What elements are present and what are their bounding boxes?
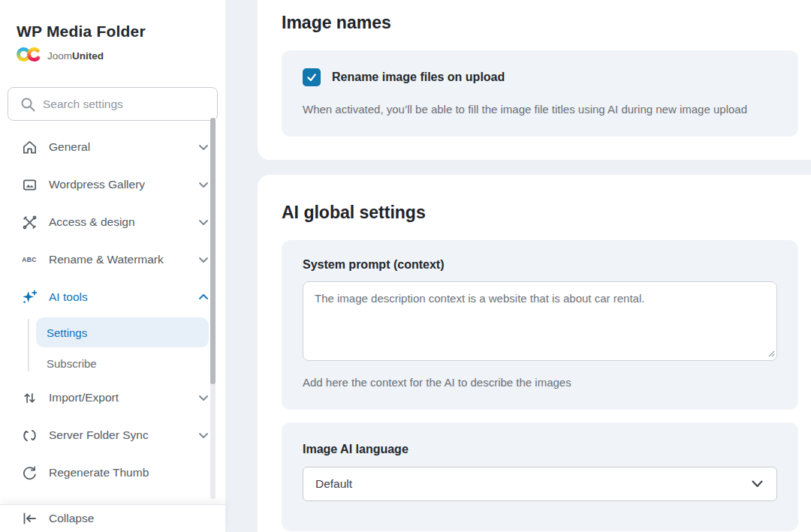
- select-value: Default: [315, 477, 352, 491]
- sync-icon: [21, 428, 38, 443]
- main-content: Image names Rename image files on upload…: [225, 0, 811, 532]
- search-settings-box: [8, 87, 218, 121]
- image-ai-language-card: Image AI language Default: [282, 422, 798, 531]
- submenu-item-subscribe[interactable]: Subscribe: [36, 347, 209, 379]
- ai-tools-submenu: Settings Subscribe: [0, 317, 225, 379]
- logo-area: WP Media Folder JoomUnited: [0, 0, 225, 66]
- rename-files-checkbox[interactable]: [303, 68, 321, 86]
- rename-files-description: When activated, you’ll be able to fill t…: [303, 103, 777, 116]
- image-ai-language-select[interactable]: Default: [303, 467, 777, 501]
- sidebar-item-label: General: [49, 140, 197, 154]
- chevron-down-icon: [197, 253, 210, 266]
- sparkle-icon: [21, 289, 38, 306]
- chevron-down-icon: [752, 480, 763, 488]
- submenu-item-label: Subscribe: [47, 357, 97, 370]
- sidebar: WP Media Folder JoomUnited: [0, 0, 225, 532]
- chevron-down-icon: [197, 140, 210, 154]
- refresh-icon: [21, 465, 38, 481]
- sidebar-item-label: Regenerate Thumb: [49, 466, 210, 479]
- sidebar-item-wordpress-gallery[interactable]: Wordpress Gallery: [0, 166, 225, 203]
- system-prompt-help: Add here the context for the AI to descr…: [303, 376, 777, 389]
- rename-on-upload-card: Rename image files on upload When activa…: [282, 50, 798, 137]
- checkmark-icon: [306, 71, 318, 83]
- gallery-icon: [21, 177, 38, 193]
- chevron-down-icon: [197, 391, 210, 404]
- sidebar-item-rename-watermark[interactable]: ABC Rename & Watermark: [0, 241, 225, 278]
- sidebar-item-label: Wordpress Gallery: [49, 178, 197, 191]
- submenu-item-settings[interactable]: Settings: [36, 317, 209, 347]
- chevron-down-icon: [197, 178, 210, 191]
- chevron-down-icon: [197, 215, 210, 229]
- submenu-item-label: Settings: [47, 326, 87, 339]
- sidebar-item-label: Import/Export: [49, 391, 197, 404]
- sidebar-item-label: Rename & Watermark: [49, 253, 197, 266]
- collapse-label: Collapse: [49, 512, 94, 525]
- system-prompt-label: System prompt (context): [303, 258, 777, 272]
- system-prompt-card: System prompt (context) The image descri…: [282, 240, 798, 410]
- ai-global-settings-panel: AI global settings System prompt (contex…: [258, 175, 811, 532]
- abc-icon: ABC: [21, 256, 38, 263]
- search-input[interactable]: [8, 88, 217, 120]
- sidebar-item-server-folder-sync[interactable]: Server Folder Sync: [0, 416, 225, 454]
- section-title-image-names: Image names: [282, 13, 798, 33]
- search-icon: [20, 97, 36, 113]
- sidebar-item-general[interactable]: General: [0, 128, 225, 166]
- sidebar-scrollbar-thumb[interactable]: [210, 118, 216, 384]
- collapse-arrow-icon: [21, 510, 38, 527]
- design-tools-icon: [21, 215, 38, 230]
- sidebar-item-regenerate-thumb[interactable]: Regenerate Thumb: [0, 454, 225, 491]
- sidebar-item-access-design[interactable]: Access & design: [0, 203, 225, 241]
- joomunited-logo-icon: [17, 46, 42, 66]
- sidebar-item-label: AI tools: [49, 290, 197, 304]
- home-icon: [21, 140, 38, 155]
- system-prompt-textarea[interactable]: The image description context is a websi…: [303, 281, 777, 361]
- image-names-panel: Image names Rename image files on upload…: [258, 0, 811, 160]
- sidebar-item-ai-tools[interactable]: AI tools: [0, 278, 225, 316]
- sidebar-item-label: Server Folder Sync: [49, 428, 197, 442]
- section-title-ai-global-settings: AI global settings: [282, 203, 798, 223]
- sidebar-item-label: Access & design: [49, 215, 197, 229]
- chevron-up-icon: [197, 290, 210, 304]
- app-title: WP Media Folder: [17, 23, 209, 41]
- brand-text: JoomUnited: [47, 50, 104, 62]
- rename-files-checkbox-label[interactable]: Rename image files on upload: [332, 71, 505, 84]
- collapse-button[interactable]: Collapse: [0, 504, 225, 532]
- sidebar-item-import-export[interactable]: Import/Export: [0, 379, 225, 416]
- image-ai-language-label: Image AI language: [303, 443, 777, 456]
- sidebar-nav: General Wordpress Gallery Access & desig…: [0, 128, 225, 529]
- sidebar-scrollbar-track[interactable]: [210, 118, 216, 499]
- chevron-down-icon: [197, 428, 210, 442]
- resize-handle-icon[interactable]: [767, 350, 775, 357]
- joomunited-brand: JoomUnited: [17, 46, 209, 66]
- import-export-icon: [21, 390, 38, 406]
